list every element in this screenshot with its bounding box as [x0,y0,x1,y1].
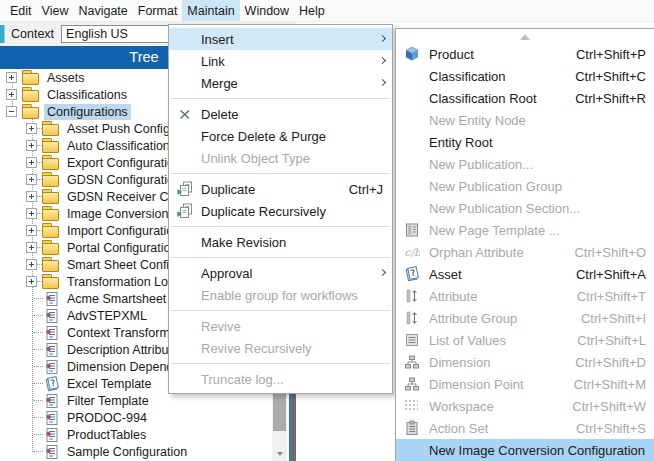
menubar-item-format[interactable]: Format [133,0,183,21]
menu-item-shortcut: Ctrl+Shift+R [561,91,646,106]
expand-plus-icon[interactable] [6,72,17,83]
menu-item-make-revision[interactable]: Make Revision [169,231,392,253]
menu-item-list-of-values[interactable]: List of ValuesCtrl+Shift+L [396,329,654,351]
tree-item-label: Image Conversions [64,206,178,222]
doc-lines-icon [44,444,60,460]
duplicate-icon [177,181,193,197]
menu-item-shortcut: Ctrl+Shift+C [561,69,646,84]
menu-item-approval[interactable]: Approval [169,262,392,284]
menu-item-label: Asset [429,267,462,282]
menu-item-attribute[interactable]: AttributeCtrl+Shift+T [396,285,654,307]
menu-item-workspace[interactable]: WorkspaceCtrl+Shift+W [396,395,654,417]
menubar-item-edit[interactable]: Edit [5,0,37,21]
tree-item-filter-template[interactable]: Filter Template [0,392,272,409]
menubar-item-window[interactable]: Window [240,0,294,21]
menu-item-attribute-group[interactable]: Attribute GroupCtrl+Shift+I [396,307,654,329]
expand-plus-icon[interactable] [26,225,37,236]
menu-item-new-publication-group[interactable]: New Publication Group [396,175,654,197]
menu-scroll-up[interactable] [396,31,654,43]
list-icon [404,332,420,348]
folder-icon [22,90,39,102]
menu-item-force-delete-purge[interactable]: Force Delete & Purge [169,125,392,147]
doc-lines-icon [44,359,60,375]
expand-plus-icon[interactable] [26,242,37,253]
doc-question-icon: ? [404,266,420,282]
menubar-item-navigate[interactable]: Navigate [73,0,132,21]
submenu-arrow-icon [379,35,386,42]
folder-icon [42,192,59,204]
menu-item-shortcut: Ctrl+Shift+L [563,333,646,348]
folder-icon [22,73,39,85]
menu-item-label: Duplicate Recursively [201,204,326,219]
menu-item-duplicate[interactable]: DuplicateCtrl+J [169,178,392,200]
doc-lines-icon [44,393,60,409]
menu-item-label: Dimension [429,355,490,370]
menu-item-unlink-object-type[interactable]: Unlink Object Type [169,147,392,169]
insert-submenu: ProductCtrl+Shift+PClassificationCtrl+Sh… [395,28,654,461]
tree-item-producttables[interactable]: ProductTables [0,426,272,443]
arrow-down-icon [277,452,283,456]
menu-item-new-page-template[interactable]: New Page Template ... [396,219,654,241]
menu-item-entity-root[interactable]: Entity Root [396,131,654,153]
expand-plus-icon[interactable] [6,89,17,100]
menu-item-revive[interactable]: Revive [169,315,392,337]
doc-question-icon: ? [44,376,60,392]
menu-item-orphan-attribute[interactable]: c/bOrphan AttributeCtrl+Shift+O [396,241,654,263]
expand-plus-icon[interactable] [26,276,37,287]
menu-item-asset[interactable]: ?AssetCtrl+Shift+A [396,263,654,285]
expand-plus-icon[interactable] [26,191,37,202]
menu-separator [171,226,390,227]
menu-item-new-image-conversion-configuration[interactable]: New Image Conversion Configuration... [396,439,654,461]
scroll-up-icon [520,34,530,40]
menu-item-label: New Publication Section... [429,201,580,216]
menu-item-label: Revive [201,319,241,334]
menu-item-shortcut: Ctrl+Shift+I [567,311,646,326]
menu-item-classification[interactable]: ClassificationCtrl+Shift+C [396,65,654,87]
expand-plus-icon[interactable] [26,123,37,134]
menu-item-new-publication-section[interactable]: New Publication Section... [396,197,654,219]
menu-item-dimension[interactable]: DimensionCtrl+Shift+D [396,351,654,373]
menu-item-new-publication[interactable]: New Publication... [396,153,654,175]
menu-item-label: Link [201,54,225,69]
menu-item-shortcut: Ctrl+Shift+W [558,399,646,414]
menu-item-label: New Entity Node [429,113,526,128]
menubar-item-help[interactable]: Help [294,0,330,21]
tree-item-label: Filter Template [64,393,152,409]
menu-item-merge[interactable]: Merge [169,72,392,94]
tree-item-label: Assets [44,70,88,86]
menu-item-dimension-point[interactable]: Dimension PointCtrl+Shift+M [396,373,654,395]
doc-lines-icon [44,325,60,341]
menubar-item-view[interactable]: View [37,0,74,21]
tree-item-sample-configuration[interactable]: Sample Configuration [0,443,272,460]
menubar-item-maintain[interactable]: Maintain [182,0,239,21]
menu-item-classification-root[interactable]: Classification RootCtrl+Shift+R [396,87,654,109]
menu-item-label: Approval [201,266,252,281]
tree-item-prodoc-994[interactable]: PRODOC-994 [0,409,272,426]
menu-item-link[interactable]: Link [169,50,392,72]
menu-item-label: New Publication Group [429,179,562,194]
menu-item-product[interactable]: ProductCtrl+Shift+P [396,43,654,65]
menu-item-label: Classification [429,69,506,84]
menu-item-truncate-log[interactable]: Truncate log... [169,368,392,390]
expand-plus-icon[interactable] [26,259,37,270]
menu-item-label: Classification Root [429,91,537,106]
menu-item-insert[interactable]: Insert [169,28,392,50]
menu-item-enable-group-for-workflows[interactable]: Enable group for workflows [169,284,392,306]
collapse-minus-icon[interactable] [6,106,17,117]
menu-item-label: List of Values [429,333,506,348]
menu-item-action-set[interactable]: Action SetCtrl+Shift+S [396,417,654,439]
expand-plus-icon[interactable] [26,157,37,168]
scroll-down-button[interactable] [272,446,287,461]
expand-plus-icon[interactable] [26,208,37,219]
menu-item-revive-recursively[interactable]: Revive Recursively [169,337,392,359]
tree-item-label: Context Transformat [64,325,183,341]
expand-plus-icon[interactable] [26,140,37,151]
tree-item-label: Classifications [44,87,130,103]
menu-item-shortcut: Ctrl+Shift+D [561,355,646,370]
menubar: EditViewNavigateFormatMaintainWindowHelp [0,0,654,22]
menu-item-duplicate-recursively[interactable]: Duplicate Recursively [169,200,392,222]
expand-plus-icon[interactable] [26,174,37,185]
menu-item-new-entity-node[interactable]: New Entity Node [396,109,654,131]
tree-item-label: Sample Configuration [64,444,190,460]
menu-item-delete[interactable]: Delete [169,103,392,125]
